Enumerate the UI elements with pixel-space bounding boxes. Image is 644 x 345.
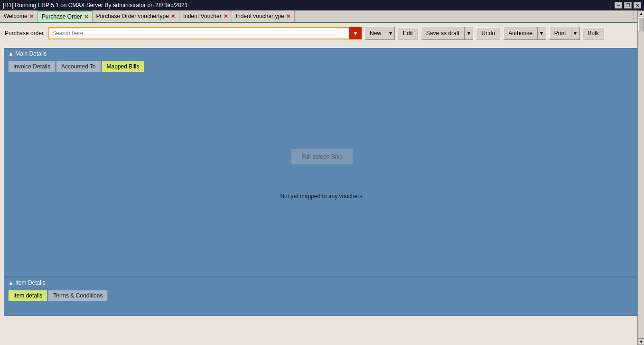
empty-message: Not yet mapped to any vouchers. <box>280 193 364 200</box>
save-as-draft-split: Save as draft ▾ <box>421 27 474 40</box>
new-arrow-icon: ▾ <box>389 30 392 37</box>
tab-invoice-details[interactable]: Invoice Details <box>8 61 56 72</box>
tab-indent-vouchertype-close[interactable]: ✕ <box>286 13 290 19</box>
tab-purchase-order-vouchertype[interactable]: Purchase Order vouchertype ✕ <box>93 10 179 22</box>
item-details-panel: ▲ Item Details Item details Terms & Cond… <box>4 277 640 316</box>
tab-purchase-order-vouchertype-close[interactable]: ✕ <box>171 13 175 19</box>
purchase-order-label: Purchase order <box>5 30 44 37</box>
search-container: ▼ <box>48 27 362 39</box>
main-details-panel: ▲ Main Details Invoice Details Accounted… <box>4 48 640 277</box>
save-as-draft-button[interactable]: Save as draft <box>421 27 465 39</box>
minimize-button[interactable]: ─ <box>615 2 622 9</box>
tab-mapped-bills[interactable]: Mapped Bills <box>102 61 145 72</box>
tab-accounted-to[interactable]: Accounted To <box>56 61 101 72</box>
snip-label: Full-screen Snip <box>301 153 343 160</box>
authorise-arrow-icon: ▾ <box>540 30 543 37</box>
app-window: [R1] Running ERP 5.1 on CMAX Server By a… <box>0 0 644 345</box>
main-content: ▲ Main Details Invoice Details Accounted… <box>0 44 644 345</box>
authorise-split: Authorise ▾ <box>503 27 546 40</box>
item-details-tab-bar: Item details Terms & Conditions <box>4 288 640 301</box>
print-arrow[interactable]: ▾ <box>571 27 579 39</box>
authorise-button[interactable]: Authorise <box>504 27 537 39</box>
tab-indent-voucher-close[interactable]: ✕ <box>224 13 228 19</box>
tab-terms-conditions-label: Terms & Conditions <box>53 292 103 299</box>
scrollbar-thumb[interactable] <box>638 17 644 31</box>
authorise-arrow[interactable]: ▾ <box>537 27 546 39</box>
save-as-draft-arrow[interactable]: ▾ <box>464 27 473 39</box>
toolbar: Purchase order ▼ New ▾ Edit Save as draf… <box>0 23 644 44</box>
item-details-content <box>4 301 640 316</box>
tab-welcome-close[interactable]: ✕ <box>29 13 34 19</box>
mapped-bills-content: Full-screen Snip Not yet mapped to any v… <box>4 72 640 277</box>
tab-purchase-order[interactable]: Purchase Order ✕ <box>38 10 93 22</box>
new-button-split: New ▾ <box>364 27 395 40</box>
main-details-title: ▲ Main Details <box>8 50 47 57</box>
tab-purchase-order-close[interactable]: ✕ <box>84 14 88 20</box>
tab-purchase-order-label: Purchase Order <box>42 13 82 20</box>
edit-button[interactable]: Edit <box>398 27 418 39</box>
main-details-header[interactable]: ▲ Main Details <box>4 48 640 59</box>
scrollbar-track: ▲ ▼ <box>637 10 644 345</box>
item-details-header[interactable]: ▲ Item Details <box>4 278 640 288</box>
tab-terms-conditions[interactable]: Terms & Conditions <box>48 290 108 301</box>
title-bar: [R1] Running ERP 5.1 on CMAX Server By a… <box>0 0 644 10</box>
bulk-button[interactable]: Bulk <box>583 27 604 39</box>
tab-welcome[interactable]: Welcome ✕ <box>0 10 38 22</box>
close-button[interactable]: ✕ <box>634 2 641 9</box>
tab-indent-voucher[interactable]: Indent Voucher ✕ <box>179 10 232 22</box>
tab-item-details[interactable]: Item details <box>8 290 47 301</box>
tab-item-details-label: Item details <box>13 292 42 299</box>
dropdown-arrow-icon: ▼ <box>353 30 358 37</box>
print-arrow-icon: ▾ <box>574 30 577 37</box>
save-draft-arrow-icon: ▾ <box>467 30 470 37</box>
undo-button[interactable]: Undo <box>476 27 500 39</box>
tab-accounted-to-label: Accounted To <box>61 63 96 70</box>
print-button[interactable]: Print <box>550 27 571 39</box>
scrollbar-up-arrow[interactable]: ▲ <box>638 10 644 17</box>
print-split: Print ▾ <box>549 27 580 40</box>
title-bar-controls: ─ ❐ ✕ <box>615 2 641 9</box>
search-input[interactable] <box>48 27 362 39</box>
tab-invoice-details-label: Invoice Details <box>13 63 50 70</box>
tab-welcome-label: Welcome <box>4 13 28 19</box>
new-dropdown-arrow[interactable]: ▾ <box>386 27 394 39</box>
new-button[interactable]: New <box>365 27 386 39</box>
tab-purchase-order-vouchertype-label: Purchase Order vouchertype <box>96 13 169 19</box>
item-details-title: ▲ Item Details <box>8 279 46 286</box>
tab-bar: Welcome ✕ Purchase Order ✕ Purchase Orde… <box>0 10 644 23</box>
snip-overlay: Full-screen Snip <box>291 149 353 164</box>
search-dropdown-button[interactable]: ▼ <box>349 27 362 39</box>
tab-indent-vouchertype[interactable]: Indent vouchertype ✕ <box>232 10 295 22</box>
main-details-tab-bar: Invoice Details Accounted To Mapped Bill… <box>4 59 640 72</box>
restore-button[interactable]: ❐ <box>624 2 632 9</box>
title-bar-text: [R1] Running ERP 5.1 on CMAX Server By a… <box>3 2 187 9</box>
scrollbar-down-arrow[interactable]: ▼ <box>638 338 644 345</box>
tab-indent-voucher-label: Indent Voucher <box>183 13 222 19</box>
tab-indent-vouchertype-label: Indent vouchertype <box>236 13 284 19</box>
tab-mapped-bills-label: Mapped Bills <box>107 63 140 70</box>
